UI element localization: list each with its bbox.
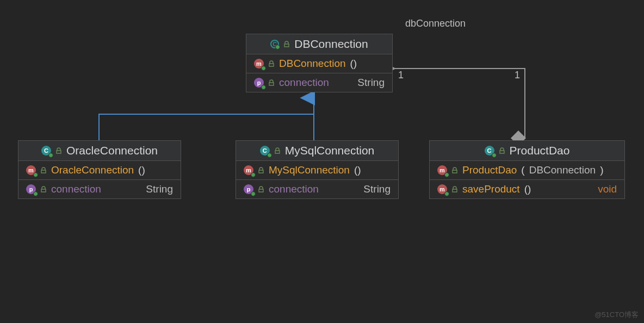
constructor-name: DBConnection bbox=[279, 58, 346, 70]
lock-icon bbox=[258, 167, 264, 173]
class-dbconnection: C DBConnection m DBConnection() p connec… bbox=[246, 34, 393, 92]
constructor-row: m DBConnection() bbox=[246, 54, 392, 73]
constructor-param: DBConnection bbox=[529, 164, 596, 176]
constructor-name: OracleConnection bbox=[51, 164, 134, 176]
association-label: dbConnection bbox=[405, 18, 466, 29]
method-name: saveProduct bbox=[462, 183, 520, 195]
method-row: m saveProduct() void bbox=[430, 180, 624, 198]
lock-icon bbox=[283, 41, 290, 47]
method-icon: m bbox=[254, 59, 264, 69]
multiplicity-b: 1 bbox=[515, 70, 520, 81]
constructor-parens: () bbox=[138, 164, 145, 176]
class-icon: C bbox=[41, 146, 51, 156]
property-row: p connection String bbox=[18, 180, 181, 198]
constructor-parens: () bbox=[350, 58, 357, 70]
class-abstract-icon: C bbox=[270, 40, 279, 48]
property-icon: p bbox=[244, 184, 253, 194]
class-mysqlconnection: C MySqlConnection m MySqlConnection() p … bbox=[236, 140, 399, 199]
class-icon: C bbox=[260, 146, 270, 156]
open-paren: ( bbox=[521, 164, 524, 176]
method-icon: m bbox=[437, 165, 447, 175]
class-name: OracleConnection bbox=[66, 144, 158, 157]
class-icon: C bbox=[485, 146, 494, 156]
method-icon: m bbox=[26, 165, 36, 175]
constructor-row: m OracleConnection() bbox=[18, 161, 181, 180]
multiplicity-a: 1 bbox=[398, 70, 404, 81]
class-name: MySqlConnection bbox=[285, 144, 375, 157]
lock-icon bbox=[451, 186, 458, 192]
lock-icon bbox=[268, 79, 275, 86]
watermark: @51CTO博客 bbox=[595, 310, 639, 320]
property-type: String bbox=[363, 183, 391, 195]
constructor-parens: () bbox=[354, 164, 361, 176]
lock-icon bbox=[268, 60, 275, 67]
constructor-row: m ProductDao(DBConnection) bbox=[430, 161, 624, 180]
close-paren: ) bbox=[600, 164, 603, 176]
class-header: C OracleConnection bbox=[18, 141, 181, 161]
property-name: connection bbox=[269, 183, 319, 195]
return-type: void bbox=[598, 183, 617, 195]
property-icon: p bbox=[254, 78, 264, 88]
property-name: connection bbox=[279, 77, 329, 89]
lock-icon bbox=[499, 147, 505, 154]
property-row: p connection String bbox=[236, 180, 398, 198]
class-oracleconnection: C OracleConnection m OracleConnection() … bbox=[18, 140, 181, 199]
class-header: C MySqlConnection bbox=[236, 141, 398, 161]
class-header: C DBConnection bbox=[246, 34, 392, 54]
class-name: DBConnection bbox=[294, 38, 368, 51]
constructor-name: ProductDao bbox=[462, 164, 517, 176]
lock-icon bbox=[40, 167, 47, 173]
lock-icon bbox=[55, 147, 62, 154]
property-type: String bbox=[357, 77, 385, 89]
method-parens: () bbox=[524, 183, 531, 195]
method-icon: m bbox=[244, 165, 253, 175]
class-header: C ProductDao bbox=[430, 141, 624, 161]
class-name: ProductDao bbox=[510, 144, 570, 157]
property-icon: p bbox=[26, 184, 36, 194]
lock-icon bbox=[258, 186, 264, 192]
method-icon: m bbox=[437, 184, 447, 194]
property-type: String bbox=[146, 183, 173, 195]
class-productdao: C ProductDao m ProductDao(DBConnection) … bbox=[429, 140, 625, 199]
property-row: p connection String bbox=[246, 73, 392, 92]
lock-icon bbox=[274, 147, 281, 154]
constructor-row: m MySqlConnection() bbox=[236, 161, 398, 180]
lock-icon bbox=[451, 167, 458, 173]
lock-icon bbox=[40, 186, 47, 192]
property-name: connection bbox=[51, 183, 101, 195]
constructor-name: MySqlConnection bbox=[269, 164, 350, 176]
